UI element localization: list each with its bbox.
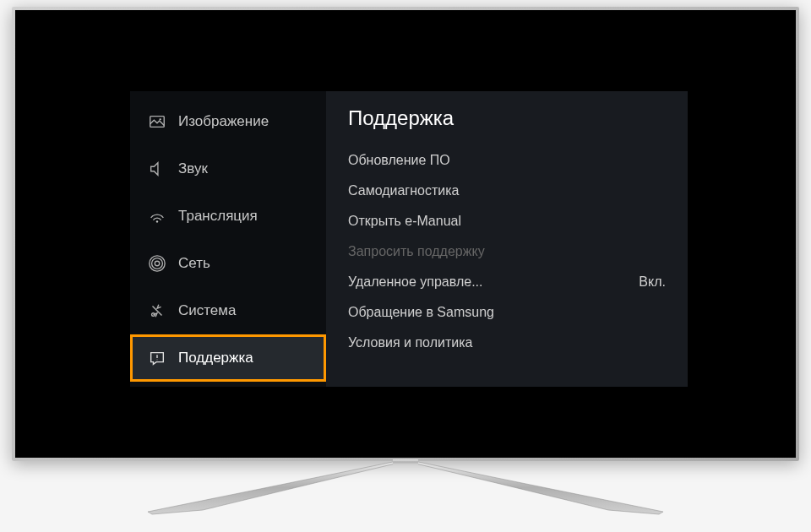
tv-screen: Изображение Звук Трансляция <box>15 10 796 458</box>
content-item-label: Самодиагностика <box>348 183 459 198</box>
sidebar-item-label: Изображение <box>178 113 269 130</box>
content-item-value: Вкл. <box>639 274 666 290</box>
content-item-request-support: Запросить поддержку <box>348 236 666 267</box>
sidebar-item-broadcast[interactable]: Трансляция <box>130 193 326 240</box>
content-item-self-diagnosis[interactable]: Самодиагностика <box>348 176 666 206</box>
content-item-label: Условия и политика <box>348 335 472 350</box>
sound-icon <box>148 160 166 178</box>
content-item-label: Обращение в Samsung <box>348 305 494 320</box>
svg-point-6 <box>152 313 155 317</box>
content-item-remote-management[interactable]: Удаленное управле... Вкл. <box>348 267 666 297</box>
content-item-label: Запросить поддержку <box>348 244 485 259</box>
network-icon <box>148 254 166 273</box>
content-panel: Поддержка Обновление ПО Самодиагностика … <box>326 91 688 387</box>
picture-icon <box>148 112 166 131</box>
sidebar-item-label: Сеть <box>178 255 210 272</box>
svg-point-4 <box>152 258 163 269</box>
content-item-label: Открыть e-Manual <box>348 214 461 229</box>
svg-point-1 <box>160 118 161 120</box>
support-icon <box>148 349 166 367</box>
settings-menu: Изображение Звук Трансляция <box>130 91 688 387</box>
svg-rect-7 <box>393 459 418 464</box>
content-item-label: Удаленное управле... <box>348 274 482 290</box>
sidebar-item-picture[interactable]: Изображение <box>130 98 326 145</box>
content-title: Поддержка <box>348 106 666 130</box>
svg-point-2 <box>156 220 158 222</box>
sidebar-item-system[interactable]: Система <box>130 287 326 334</box>
sidebar-item-label: Поддержка <box>178 350 253 366</box>
content-item-contact-samsung[interactable]: Обращение в Samsung <box>348 297 666 328</box>
sidebar-item-label: Звук <box>178 160 208 177</box>
content-item-label: Обновление ПО <box>348 153 450 168</box>
tv-frame: Изображение Звук Трансляция <box>12 7 799 461</box>
content-item-software-update[interactable]: Обновление ПО <box>348 145 666 176</box>
sidebar-item-label: Трансляция <box>178 208 258 225</box>
sidebar-item-support[interactable]: Поддержка <box>130 334 326 382</box>
broadcast-icon <box>148 207 166 225</box>
settings-sidebar: Изображение Звук Трансляция <box>130 91 326 387</box>
system-icon <box>148 301 166 320</box>
content-item-terms-policy[interactable]: Условия и политика <box>348 328 666 358</box>
svg-point-3 <box>155 261 160 266</box>
tv-stand <box>118 459 693 518</box>
sidebar-item-sound[interactable]: Звук <box>130 145 326 193</box>
content-item-e-manual[interactable]: Открыть e-Manual <box>348 206 666 236</box>
sidebar-item-label: Система <box>178 302 236 319</box>
sidebar-item-network[interactable]: Сеть <box>130 240 326 287</box>
